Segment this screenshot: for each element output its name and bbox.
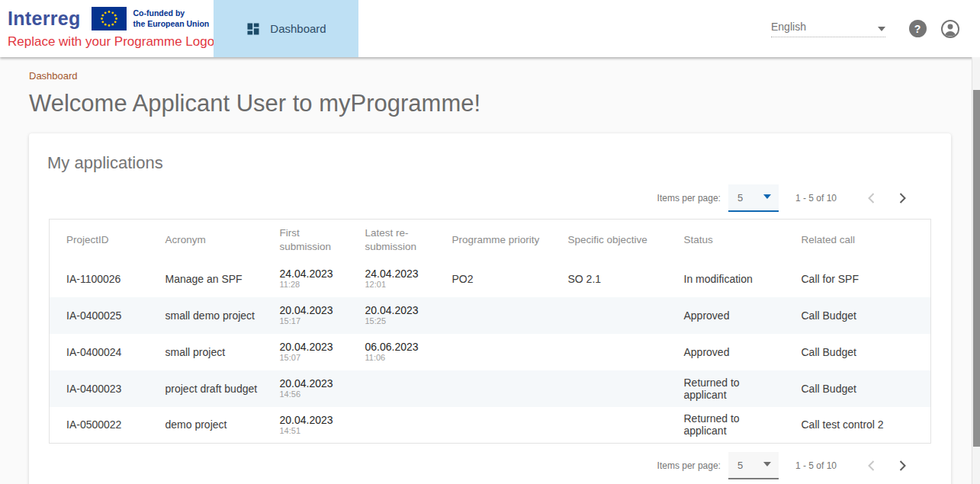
breadcrumb[interactable]: Dashboard — [29, 70, 78, 82]
table-row[interactable]: IA-0500022 demo project 20.04.2023 14:51… — [50, 407, 931, 444]
cell-latest-resubmission: 06.06.2023 11:06 — [356, 334, 443, 370]
cell-latest-resubmission — [356, 370, 443, 407]
applications-table: ProjectID Acronym First submission Lates… — [49, 219, 931, 444]
cell-specific-objective — [559, 407, 675, 444]
vertical-scrollbar[interactable] — [972, 57, 980, 484]
column-header-specific-objective: Specific objective — [559, 220, 675, 261]
cell-status: Returned to applicant — [675, 407, 792, 444]
tab-dashboard[interactable]: Dashboard — [214, 0, 358, 57]
table-row[interactable]: IA-0400023 project draft budget 20.04.20… — [50, 370, 931, 407]
cell-latest-resubmission — [356, 407, 443, 444]
eu-flag-icon — [92, 7, 127, 30]
cell-project-id: IA-0500022 — [50, 407, 156, 444]
chevron-left-icon — [863, 189, 881, 207]
cell-project-id: IA-0400025 — [50, 297, 156, 334]
tab-dashboard-label: Dashboard — [270, 22, 326, 35]
cell-specific-objective: SO 2.1 — [559, 261, 675, 297]
cell-specific-objective — [559, 297, 675, 334]
cell-acronym: project draft budget — [156, 370, 271, 407]
paginator-range: 1 - 5 of 10 — [795, 193, 837, 204]
items-per-page-label: Items per page: — [657, 460, 721, 471]
previous-page-button[interactable] — [856, 183, 887, 213]
table-row[interactable]: IA-0400025 small demo project 20.04.2023… — [50, 297, 931, 334]
cell-programme-priority — [443, 334, 559, 370]
applications-table-body: IA-1100026 Manage an SPF 24.04.2023 11:2… — [50, 261, 931, 444]
cell-acronym: demo project — [156, 407, 271, 444]
eu-cofunded-block: Co-funded by the European Union — [92, 7, 209, 30]
cell-first-submission: 20.04.2023 14:56 — [271, 370, 356, 407]
help-button[interactable]: ? — [908, 19, 927, 39]
cell-specific-objective — [559, 370, 675, 407]
cell-specific-objective — [559, 334, 675, 370]
paginator-bottom: Items per page: 5 1 - 5 of 10 — [29, 447, 951, 484]
user-icon — [940, 19, 960, 39]
column-header-status: Status — [675, 220, 792, 261]
language-select[interactable]: English — [771, 21, 885, 37]
chevron-down-icon — [763, 194, 771, 199]
cell-project-id: IA-0400023 — [50, 370, 156, 407]
cell-project-id: IA-1100026 — [50, 261, 156, 297]
paginator-range: 1 - 5 of 10 — [795, 460, 837, 471]
cell-status: In modification — [675, 261, 792, 297]
dashboard-icon — [246, 21, 261, 37]
cell-acronym: small project — [156, 334, 271, 370]
page-size-select[interactable]: 5 — [728, 184, 779, 212]
cell-status: Approved — [675, 297, 792, 334]
app-header: Interreg Co-funded by the European — [0, 0, 980, 57]
cell-related-call: Call Budget — [792, 370, 931, 407]
logo-placeholder-text: Replace with your Programme Logo — [8, 34, 214, 50]
column-header-programme-priority: Programme priority — [443, 220, 559, 261]
cell-project-id: IA-0400024 — [50, 334, 156, 370]
language-selected-value: English — [771, 21, 806, 33]
table-header-row: ProjectID Acronym First submission Lates… — [50, 220, 931, 261]
next-page-button[interactable] — [887, 450, 917, 481]
chevron-down-icon — [763, 462, 771, 466]
page-title: Welcome Applicant User to myProgramme! — [29, 90, 480, 117]
chevron-right-icon — [893, 189, 911, 207]
chevron-left-icon — [863, 457, 881, 475]
cell-related-call: Call for SPF — [792, 261, 931, 297]
column-header-related-call: Related call — [792, 220, 931, 261]
table-row[interactable]: IA-0400024 small project 20.04.2023 15:0… — [50, 334, 931, 370]
help-icon: ? — [909, 20, 927, 37]
previous-page-button[interactable] — [856, 450, 887, 481]
cell-latest-resubmission: 24.04.2023 12:01 — [356, 261, 443, 297]
table-row[interactable]: IA-1100026 Manage an SPF 24.04.2023 11:2… — [50, 261, 931, 297]
paginator-top: Items per page: 5 1 - 5 of 10 — [29, 179, 951, 217]
page-size-select[interactable]: 5 — [728, 452, 779, 479]
cell-status: Returned to applicant — [675, 370, 792, 407]
column-header-first-submission: First submission — [271, 220, 356, 261]
account-button[interactable] — [940, 19, 960, 39]
column-header-project-id: ProjectID — [50, 220, 156, 261]
my-applications-card: My applications Items per page: 5 1 - 5 … — [29, 133, 951, 484]
chevron-right-icon — [893, 457, 911, 475]
interreg-wordmark: Interreg — [8, 8, 80, 30]
cell-first-submission: 20.04.2023 15:17 — [271, 297, 356, 334]
card-title: My applications — [47, 153, 951, 173]
cell-related-call: Call test control 2 — [792, 407, 931, 444]
cofunded-text: Co-funded by the European Union — [133, 8, 209, 29]
cell-latest-resubmission: 20.04.2023 15:25 — [356, 297, 443, 334]
items-per-page-label: Items per page: — [657, 193, 721, 204]
cell-programme-priority — [443, 370, 559, 407]
cell-related-call: Call Budget — [792, 297, 931, 334]
cell-first-submission: 20.04.2023 14:51 — [271, 407, 356, 444]
cell-programme-priority — [443, 297, 559, 334]
cell-first-submission: 24.04.2023 11:28 — [271, 261, 356, 297]
cell-related-call: Call Budget — [792, 334, 931, 370]
cell-programme-priority — [443, 407, 559, 444]
cell-acronym: Manage an SPF — [156, 261, 271, 297]
scrollbar-thumb[interactable] — [973, 90, 980, 447]
column-header-acronym: Acronym — [156, 220, 271, 261]
cell-status: Approved — [675, 334, 792, 370]
column-header-latest-resubmission: Latest re-submission — [356, 220, 443, 261]
cell-acronym: small demo project — [156, 297, 271, 334]
cell-programme-priority: PO2 — [443, 261, 559, 297]
programme-logo: Interreg Co-funded by the European — [8, 7, 214, 50]
header-controls: English ? — [771, 0, 960, 57]
next-page-button[interactable] — [887, 183, 917, 213]
chevron-down-icon — [878, 27, 885, 31]
cell-first-submission: 20.04.2023 15:07 — [271, 334, 356, 370]
